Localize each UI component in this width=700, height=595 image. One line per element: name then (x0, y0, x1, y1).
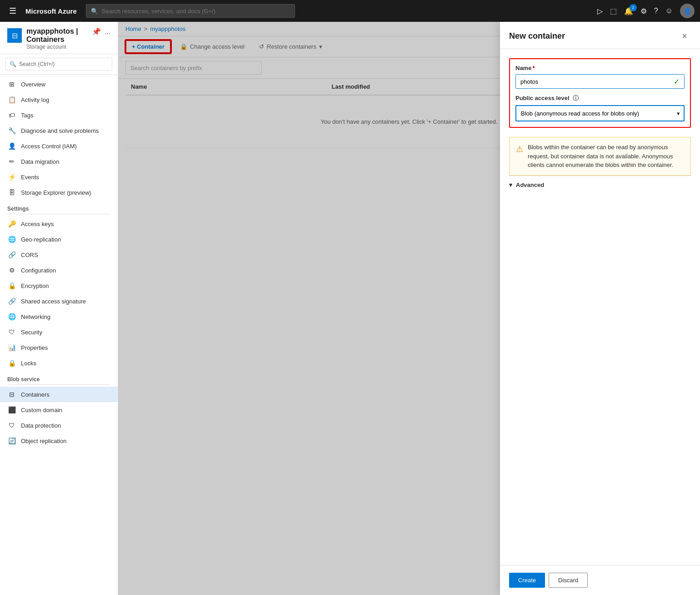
sidebar-search-placeholder: Search (Ctrl+/) (19, 61, 55, 67)
sidebar-item-overview[interactable]: ⊞ Overview (0, 76, 118, 92)
sidebar-item-activity-log[interactable]: 📋 Activity log (0, 92, 118, 107)
sidebar: ⊟ myappphotos | Containers Storage accou… (0, 22, 118, 595)
diagnose-icon: 🔧 (7, 126, 16, 135)
topnav: ☰ Microsoft Azure 🔍 ▷ ⬚ 🔔 2 ⚙ ? ☺ 👤 (0, 0, 700, 22)
cloud-shell-icon[interactable]: ▷ (597, 7, 603, 15)
main-layout: ⊟ myappphotos | Containers Storage accou… (0, 22, 700, 595)
discard-button[interactable]: Discard (549, 573, 588, 588)
access-level-form-group: Public access level ⓘ Private (no anonym… (515, 94, 685, 121)
portal-icon[interactable]: ⬚ (610, 7, 617, 15)
search-icon: 🔍 (91, 8, 98, 15)
content-area: Home > myappphotos + Container 🔒 Change … (118, 22, 700, 595)
settings-icon[interactable]: ⚙ (640, 7, 647, 15)
sidebar-item-label: Overview (21, 81, 45, 88)
custom-domain-icon: ⬛ (7, 405, 16, 414)
sidebar-search-icon: 🔍 (10, 61, 16, 67)
global-search[interactable]: 🔍 (86, 4, 295, 18)
sidebar-nav: ⊞ Overview 📋 Activity log 🏷 Tags 🔧 Diagn… (0, 75, 118, 595)
access-control-icon: 👤 (7, 141, 16, 151)
sidebar-item-shared-access[interactable]: 🔗 Shared access signature (0, 293, 118, 309)
sidebar-item-label: Storage Explorer (preview) (21, 189, 91, 196)
sidebar-item-networking[interactable]: 🌐 Networking (0, 309, 118, 324)
sidebar-item-object-replication[interactable]: 🔄 Object replication (0, 433, 118, 449)
sidebar-item-access-keys[interactable]: 🔑 Access keys (0, 216, 118, 232)
sidebar-item-diagnose[interactable]: 🔧 Diagnose and solve problems (0, 123, 118, 138)
encryption-icon: 🔒 (7, 281, 16, 290)
more-options-icon[interactable]: ... (105, 28, 110, 36)
panel-footer: Create Discard (500, 565, 700, 595)
sidebar-item-label: CORS (21, 252, 38, 258)
sidebar-item-data-protection[interactable]: 🛡 Data protection (0, 418, 118, 433)
sidebar-item-containers[interactable]: ⊟ Containers (0, 387, 118, 402)
name-section-highlight: Name* ✓ Public access level ⓘ (509, 58, 691, 128)
name-check-icon: ✓ (674, 77, 680, 86)
panel-title: New container (509, 31, 565, 41)
sidebar-item-properties[interactable]: 📊 Properties (0, 340, 118, 355)
sidebar-item-encryption[interactable]: 🔒 Encryption (0, 278, 118, 293)
properties-icon: 📊 (7, 343, 16, 352)
sidebar-item-label: Custom domain (21, 407, 62, 413)
sidebar-item-label: Tags (21, 112, 33, 119)
user-avatar[interactable]: 👤 (680, 4, 695, 18)
data-migration-icon: ✏ (7, 157, 16, 166)
sidebar-header-actions: 📌 ... (92, 27, 110, 36)
container-name-input[interactable] (520, 78, 674, 85)
name-form-group: Name* ✓ (515, 65, 685, 89)
geo-replication-icon: 🌐 (7, 235, 16, 244)
containers-icon: ⊟ (7, 390, 16, 399)
sidebar-item-label: Activity log (21, 96, 49, 103)
sidebar-item-custom-domain[interactable]: ⬛ Custom domain (0, 402, 118, 418)
help-icon[interactable]: ? (654, 7, 658, 15)
panel-close-button[interactable]: × (678, 29, 691, 43)
sidebar-item-configuration[interactable]: ⚙ Configuration (0, 262, 118, 278)
sidebar-item-label: Configuration (21, 267, 56, 274)
sidebar-item-label: Data protection (21, 422, 61, 429)
settings-section-label: Settings (0, 200, 118, 214)
sidebar-item-label: Access Control (IAM) (21, 143, 77, 150)
sidebar-item-label: Properties (21, 344, 48, 351)
name-input-wrapper: ✓ (515, 74, 685, 89)
security-icon: 🛡 (7, 328, 16, 337)
advanced-section[interactable]: ▾ Advanced (509, 176, 691, 194)
advanced-label: Advanced (516, 182, 544, 188)
info-icon[interactable]: ⓘ (573, 95, 579, 101)
feedback-icon[interactable]: ☺ (665, 7, 673, 15)
search-input[interactable] (102, 8, 290, 15)
panel-body: Name* ✓ Public access level ⓘ (500, 49, 700, 565)
warning-box: ⚠ Blobs within the container can be read… (509, 137, 691, 176)
warning-icon: ⚠ (516, 143, 523, 170)
sidebar-resource-subtitle: Storage account (26, 44, 87, 50)
access-level-select[interactable]: Private (no anonymous access)Blob (anony… (515, 105, 685, 121)
overview-icon: ⊞ (7, 80, 16, 89)
create-button[interactable]: Create (509, 573, 545, 588)
sidebar-item-data-migration[interactable]: ✏ Data migration (0, 154, 118, 169)
sidebar-item-events[interactable]: ⚡ Events (0, 169, 118, 185)
sidebar-resource-title: myappphotos | Containers (26, 27, 87, 44)
sidebar-item-label: Locks (21, 360, 36, 367)
sidebar-item-label: Diagnose and solve problems (21, 127, 99, 134)
sidebar-item-label: Geo-replication (21, 236, 61, 243)
sidebar-item-storage-explorer[interactable]: 🗄 Storage Explorer (preview) (0, 185, 118, 200)
blob-section-label: Blob service (0, 371, 118, 384)
new-container-panel: New container × Name* ✓ (500, 22, 700, 595)
sidebar-item-locks[interactable]: 🔒 Locks (0, 355, 118, 371)
sidebar-item-tags[interactable]: 🏷 Tags (0, 107, 118, 123)
notifications-icon[interactable]: 🔔 2 (624, 7, 633, 15)
sidebar-item-geo-replication[interactable]: 🌐 Geo-replication (0, 232, 118, 247)
sidebar-item-label: Events (21, 174, 39, 181)
sidebar-item-security[interactable]: 🛡 Security (0, 324, 118, 340)
access-level-select-wrapper: Private (no anonymous access)Blob (anony… (515, 105, 685, 121)
hamburger-icon[interactable]: ☰ (5, 4, 20, 18)
sidebar-search-box[interactable]: 🔍 Search (Ctrl+/) (5, 58, 112, 71)
sidebar-item-cors[interactable]: 🔗 CORS (0, 247, 118, 262)
sidebar-item-label: Data migration (21, 158, 60, 165)
sidebar-header: ⊟ myappphotos | Containers Storage accou… (0, 22, 118, 54)
pin-icon[interactable]: 📌 (92, 27, 101, 36)
events-icon: ⚡ (7, 172, 16, 182)
sidebar-item-label: Encryption (21, 282, 49, 289)
topnav-actions: ▷ ⬚ 🔔 2 ⚙ ? ☺ 👤 (597, 4, 695, 18)
data-protection-icon: 🛡 (7, 421, 16, 430)
sidebar-item-access-control[interactable]: 👤 Access Control (IAM) (0, 138, 118, 154)
resource-icon: ⊟ (7, 28, 22, 43)
sidebar-item-label: Shared access signature (21, 298, 86, 305)
